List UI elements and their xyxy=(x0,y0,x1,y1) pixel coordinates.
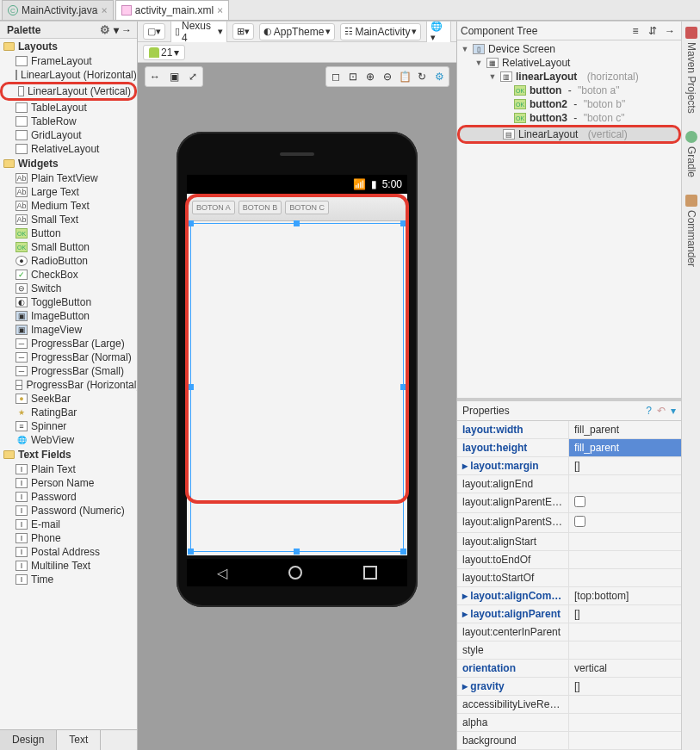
palette-item[interactable]: ●RadioButton xyxy=(0,254,137,268)
palette-item[interactable]: ─ProgressBar (Normal) xyxy=(0,350,137,364)
pan-tool-icon[interactable]: ↔ xyxy=(147,69,163,84)
resize-handle[interactable] xyxy=(400,549,406,555)
property-value[interactable] xyxy=(569,569,681,587)
property-value[interactable] xyxy=(569,551,681,569)
palette-item[interactable]: ▣ImageView xyxy=(0,323,137,337)
palette-item[interactable]: ●SeekBar xyxy=(0,392,137,406)
section-widgets[interactable]: Widgets xyxy=(0,156,137,171)
property-key[interactable]: background xyxy=(457,732,569,750)
zoom-in-icon[interactable]: ⊕ xyxy=(362,69,378,84)
gradle-tool-button[interactable]: Gradle xyxy=(685,131,697,177)
property-key[interactable]: layout:toEndOf xyxy=(457,551,569,569)
property-value[interactable] xyxy=(569,714,681,732)
tree-node-button[interactable]: OKbutton - "boton a" xyxy=(457,84,681,97)
tab-activity-main-xml[interactable]: activity_main.xml × xyxy=(115,0,230,20)
property-value[interactable]: [] xyxy=(569,605,681,623)
palette-item[interactable]: ★RatingBar xyxy=(0,406,137,419)
collapse-all-icon[interactable]: ⇵ xyxy=(645,23,660,39)
property-value[interactable] xyxy=(569,513,681,533)
palette-item[interactable]: AbPlain TextView xyxy=(0,171,137,185)
resize-handle[interactable] xyxy=(188,549,194,555)
property-key[interactable]: layout:alignEnd xyxy=(457,475,569,493)
refresh-icon[interactable]: ↻ xyxy=(414,69,430,84)
close-icon[interactable]: × xyxy=(217,4,223,16)
property-value[interactable]: [] xyxy=(569,678,681,696)
section-layouts[interactable]: Layouts xyxy=(0,39,137,54)
palette-item[interactable]: ─ProgressBar (Large) xyxy=(0,337,137,350)
palette-item-tablelayout[interactable]: TableLayout xyxy=(0,101,137,115)
recents-icon[interactable] xyxy=(363,566,377,580)
property-value[interactable] xyxy=(569,493,681,513)
palette-item[interactable]: IPlain Text xyxy=(0,462,137,476)
palette-item-linearlayout-horizontal[interactable]: LinearLayout (Horizontal) xyxy=(0,68,137,82)
property-key[interactable]: layout:width xyxy=(457,421,569,439)
palette-item-framelayout[interactable]: FrameLayout xyxy=(0,54,137,68)
activity-selector[interactable]: ☷ MainActivity ▾ xyxy=(340,23,421,40)
property-value[interactable]: fill_parent xyxy=(569,421,681,439)
palette-item[interactable]: OKButton xyxy=(0,226,137,240)
palette-item[interactable]: OKSmall Button xyxy=(0,240,137,254)
property-value[interactable] xyxy=(569,696,681,714)
palette-item[interactable]: IPerson Name xyxy=(0,476,137,490)
dropdown-icon[interactable]: ▾ → xyxy=(114,24,132,36)
property-value[interactable] xyxy=(569,642,681,660)
palette-item[interactable]: ≡Spinner xyxy=(0,419,137,433)
property-key[interactable]: layout:height xyxy=(457,439,569,457)
property-key[interactable]: layout:toStartOf xyxy=(457,569,569,587)
tab-design[interactable]: Design xyxy=(0,730,57,750)
properties-grid[interactable]: layout:widthfill_parent layout:heightfil… xyxy=(457,421,681,750)
gear-icon[interactable]: ⚙ xyxy=(100,23,110,36)
api-level-selector[interactable]: 21▾ xyxy=(143,45,185,60)
property-value[interactable]: fill_parent xyxy=(569,439,681,457)
close-icon[interactable]: × xyxy=(101,4,107,16)
orientation-button[interactable]: ▢▾ xyxy=(143,23,165,40)
tree-node-linearlayout-horizontal[interactable]: ▼▥linearLayout (horizontal) xyxy=(457,70,681,84)
property-key[interactable]: layout:alignParentEnd xyxy=(457,493,569,513)
palette-tree[interactable]: Layouts FrameLayout LinearLayout (Horizo… xyxy=(0,39,137,729)
property-value[interactable] xyxy=(569,623,681,642)
property-key[interactable]: ▸ layout:margin xyxy=(457,457,569,475)
property-key[interactable]: alpha xyxy=(457,714,569,732)
property-key[interactable]: orientation xyxy=(457,660,569,678)
palette-item-tablerow[interactable]: TableRow xyxy=(0,115,137,128)
property-key[interactable]: layout:alignStart xyxy=(457,533,569,551)
tab-text[interactable]: Text xyxy=(57,730,101,750)
component-tree[interactable]: ▼▯Device Screen ▼▦RelativeLayout ▼▥linea… xyxy=(457,40,681,398)
palette-item[interactable]: IPostal Address xyxy=(0,545,137,559)
palette-item[interactable]: ─ProgressBar (Horizontal) xyxy=(0,378,137,392)
property-value[interactable]: vertical xyxy=(569,660,681,678)
select-tool-icon[interactable]: ▣ xyxy=(166,69,182,84)
property-key[interactable]: accessibilityLiveRegion xyxy=(457,696,569,714)
help-icon[interactable]: ? xyxy=(646,405,652,417)
property-checkbox[interactable] xyxy=(574,496,585,507)
palette-item[interactable]: ITime xyxy=(0,573,137,586)
property-key[interactable]: ▸ gravity xyxy=(457,678,569,696)
property-key[interactable]: ▸ layout:alignParent xyxy=(457,605,569,623)
hide-icon[interactable]: → xyxy=(662,23,678,39)
property-value[interactable] xyxy=(569,732,681,750)
tree-node-button3[interactable]: OKbutton3 - "boton c" xyxy=(457,111,681,125)
palette-item[interactable]: IPassword (Numeric) xyxy=(0,504,137,518)
property-checkbox[interactable] xyxy=(574,516,585,527)
zoom-fit-icon[interactable]: ◻ xyxy=(328,69,344,84)
palette-item[interactable]: ✓CheckBox xyxy=(0,268,137,282)
zoom-actual-icon[interactable]: ⊡ xyxy=(345,69,361,84)
commander-tool-button[interactable]: Commander xyxy=(685,195,697,267)
palette-item[interactable]: ⊖Switch xyxy=(0,282,137,295)
theme-selector[interactable]: ◐ AppTheme ▾ xyxy=(259,23,336,40)
tab-mainactivity[interactable]: C MainActivity.java × xyxy=(2,0,114,20)
property-value[interactable] xyxy=(569,475,681,493)
design-canvas[interactable]: ↔ ▣ ⤢ ◻ ⊡ ⊕ ⊖ 📋 ↻ ⚙ 📶 ▮ 5:00 xyxy=(138,63,456,750)
property-value[interactable] xyxy=(569,533,681,551)
property-key[interactable]: layout:centerInParent xyxy=(457,623,569,642)
back-icon[interactable]: ◁ xyxy=(217,565,227,581)
palette-item[interactable]: IPhone xyxy=(0,531,137,545)
zoom-out-icon[interactable]: ⊖ xyxy=(380,69,395,84)
expand-all-icon[interactable]: ≡ xyxy=(628,23,643,39)
undo-icon[interactable]: ↶ xyxy=(657,405,666,417)
property-key[interactable]: style xyxy=(457,642,569,660)
palette-item-linearlayout-vertical[interactable]: LinearLayout (Vertical) xyxy=(0,82,137,101)
clipboard-icon[interactable]: 📋 xyxy=(397,69,412,84)
palette-item-gridlayout[interactable]: GridLayout xyxy=(0,128,137,142)
palette-item[interactable]: AbLarge Text xyxy=(0,185,137,199)
